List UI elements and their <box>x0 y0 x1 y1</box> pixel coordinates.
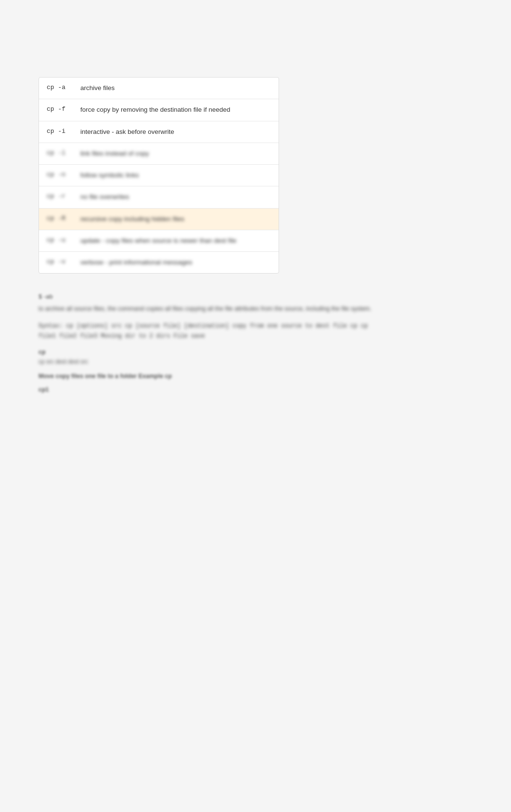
desc-cell: force copy by removing the destination f… <box>80 105 271 115</box>
table-row: cp -nfollow symbolic links <box>39 165 279 186</box>
table-row: cp -rno file overwrites <box>39 186 279 208</box>
cmd-cell: cp -l <box>47 149 80 157</box>
mini-heading-1: cp <box>38 349 375 355</box>
table-row: cp -Rrecursive copy including hidden fil… <box>39 209 279 230</box>
mini-heading-3: cp1 <box>38 386 375 393</box>
desc-cell: verbose - print informational messages <box>80 258 271 267</box>
desc-cell: update - copy files when source is newer… <box>80 236 271 246</box>
mini-section-2: Move copy files one file to a folder Exa… <box>38 373 375 380</box>
cmd-cell: cp -u <box>47 236 80 244</box>
cmd-cell: cp -n <box>47 170 80 178</box>
cp-options-table: cp -aarchive filescp -fforce copy by rem… <box>38 77 279 274</box>
desc-cell: recursive copy including hidden files <box>80 214 271 224</box>
cmd-cell: cp -i <box>47 127 80 135</box>
cmd-cell: cp -a <box>47 83 80 91</box>
cmd-cell: cp -r <box>47 192 80 200</box>
table-row: cp -uupdate - copy files when source is … <box>39 230 279 252</box>
table-row: cp -iinteractive - ask before overwrite <box>39 121 279 143</box>
below-section: $ -ab to archive all source files, the c… <box>38 293 375 393</box>
section-heading: $ -ab <box>38 293 375 300</box>
mini-body-1: cp src dest dest src <box>38 357 375 366</box>
cmd-cell: cp -R <box>47 214 80 222</box>
section-description: to archive all source files, the command… <box>38 304 375 314</box>
table-row: cp -aarchive files <box>39 78 279 99</box>
mini-heading-2: Move copy files one file to a folder Exa… <box>38 373 375 380</box>
desc-cell: follow symbolic links <box>80 170 271 180</box>
desc-cell: no file overwrites <box>80 192 271 202</box>
table-row: cp -llink files instead of copy <box>39 143 279 165</box>
desc-cell: interactive - ask before overwrite <box>80 127 271 137</box>
table-row: cp -vverbose - print informational messa… <box>39 252 279 273</box>
code-block: Syntax: cp [options] src cp [source file… <box>38 321 375 341</box>
cmd-cell: cp -f <box>47 105 80 113</box>
cmd-cell: cp -v <box>47 258 80 265</box>
mini-section-3: cp1 <box>38 386 375 393</box>
desc-cell: link files instead of copy <box>80 149 271 158</box>
desc-cell: archive files <box>80 83 271 93</box>
main-content: cp -aarchive filescp -fforce copy by rem… <box>38 77 473 393</box>
table-row: cp -fforce copy by removing the destinat… <box>39 99 279 121</box>
mini-section-1: cp cp src dest dest src <box>38 349 375 366</box>
